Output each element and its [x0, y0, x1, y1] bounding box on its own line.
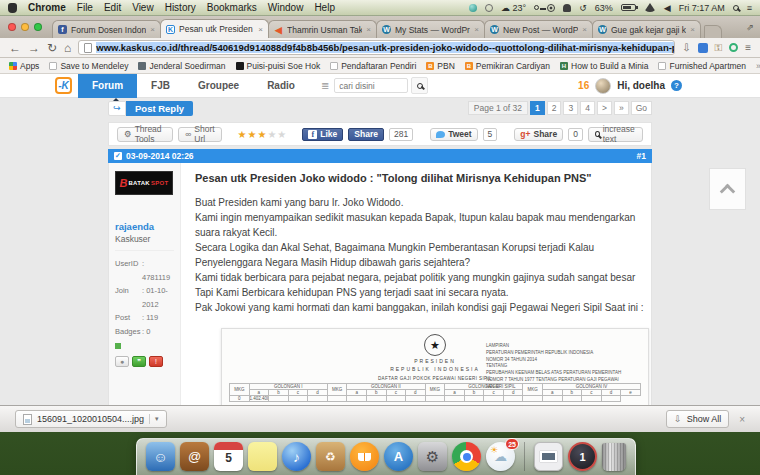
menu-item-history[interactable]: History: [165, 2, 196, 13]
notification-center-icon[interactable]: ≡: [747, 3, 752, 13]
paper-bag-dock-icon[interactable]: ♻: [316, 442, 345, 471]
close-download-bar-icon[interactable]: ×: [739, 414, 745, 425]
chrome-menu-icon[interactable]: ≡: [745, 42, 751, 53]
checkbox-icon[interactable]: ✓: [114, 152, 122, 160]
contacts-dock-icon[interactable]: @: [180, 442, 209, 471]
battery-icon[interactable]: [621, 4, 636, 11]
finder-dock-icon[interactable]: ☺: [146, 442, 175, 471]
help-badge[interactable]: ?: [671, 80, 682, 91]
tab-close-icon[interactable]: ×: [474, 25, 479, 34]
wifi-icon[interactable]: [644, 3, 656, 12]
app-store-dock-icon[interactable]: A: [384, 442, 413, 471]
tab-close-icon[interactable]: ×: [150, 25, 155, 34]
scroll-to-top-button[interactable]: [709, 168, 746, 210]
next-page-button[interactable]: >: [597, 101, 612, 115]
home-button[interactable]: ⌂: [64, 42, 71, 54]
downloaded-file-chip[interactable]: 156091_1020010504....jpg ▾: [15, 410, 167, 428]
tab-thamrin[interactable]: ◀ Thamrin Usman Tak Ingi ×: [268, 20, 377, 38]
tab-gue-gak[interactable]: W Gue gak kejar gaji kok, c ×: [592, 20, 701, 38]
extension-green-icon[interactable]: [729, 43, 738, 52]
facebook-share-button[interactable]: Share: [348, 128, 384, 141]
bookmark-puisi[interactable]: Puisi-puisi Soe Hok: [236, 61, 321, 71]
last-page-button[interactable]: »: [614, 101, 629, 115]
menu-item-edit[interactable]: Edit: [104, 2, 121, 13]
increase-text-button[interactable]: increase text: [588, 127, 643, 142]
thread-tools-button[interactable]: ⚙Thread Tools: [117, 127, 173, 142]
system-preferences-dock-icon[interactable]: ⚙: [418, 442, 447, 471]
sphere-status-icon[interactable]: [469, 4, 477, 12]
rating-stars[interactable]: ★★★★★: [237, 129, 287, 140]
tab-my-stats[interactable]: W My Stats — WordPress.co ×: [376, 20, 485, 38]
close-window-button[interactable]: [8, 23, 16, 31]
chevron-down-icon[interactable]: ▾: [149, 414, 159, 424]
kaskus-logo[interactable]: -K: [55, 77, 72, 94]
bookmark-howto[interactable]: HHow to Build a Minia: [560, 61, 648, 71]
search-button[interactable]: [411, 77, 428, 94]
bookmark-furnished[interactable]: Furnished Apartmen: [658, 61, 746, 71]
tab-close-icon[interactable]: ×: [582, 25, 587, 34]
poster-username[interactable]: rajaenda: [115, 221, 174, 232]
reply-arrow-icon[interactable]: ↪: [108, 101, 126, 116]
category-list-icon[interactable]: ≣: [321, 80, 330, 91]
minimize-window-button[interactable]: [21, 23, 29, 31]
key-status-icon[interactable]: [534, 5, 539, 10]
volume-icon[interactable]: ◀: [664, 3, 671, 13]
show-all-button[interactable]: ⇩ Show All: [666, 410, 729, 428]
stickies-dock-icon[interactable]: [248, 442, 277, 471]
tab-new-post[interactable]: W New Post — WordPress.c ×: [484, 20, 593, 38]
bookmarks-overflow-chevron[interactable]: »: [756, 61, 760, 71]
nav-radio[interactable]: Radio: [253, 74, 309, 98]
menu-item-view[interactable]: View: [132, 2, 154, 13]
menu-item-bookmarks[interactable]: Bookmarks: [207, 2, 257, 13]
poster-avatar[interactable]: B BATAK SPOT: [115, 171, 173, 195]
menu-item-file[interactable]: File: [77, 2, 93, 13]
salary-document-image[interactable]: ★ PRESIDEN REPUBLIK INDONESIA LAMPIRANPE…: [221, 328, 649, 405]
apple-menu-icon[interactable]: [8, 3, 17, 13]
record-status-icon[interactable]: [547, 4, 555, 12]
bookmark-pbn[interactable]: BPBN: [426, 61, 454, 71]
new-tab-button[interactable]: [704, 25, 722, 38]
back-button[interactable]: ←: [9, 42, 21, 54]
onepassword-dock-icon[interactable]: 1: [568, 442, 597, 471]
bookmark-apps[interactable]: Apps: [9, 61, 39, 71]
calendar-dock-icon[interactable]: 5: [214, 442, 243, 471]
short-url-button[interactable]: ∞Short Url: [178, 127, 222, 142]
go-button[interactable]: Go: [631, 101, 652, 115]
time-machine-icon[interactable]: ↺: [579, 3, 587, 13]
zoom-window-button[interactable]: [34, 23, 42, 31]
preview-dock-icon[interactable]: [534, 442, 563, 471]
nav-forum[interactable]: Forum: [78, 74, 137, 98]
chrome-dock-icon[interactable]: [452, 442, 481, 471]
profile-button[interactable]: ●: [115, 356, 129, 367]
weather-dock-icon[interactable]: ☀☁ 25: [486, 442, 515, 471]
tab-close-icon[interactable]: ×: [258, 25, 263, 34]
menu-clock[interactable]: Fri 7:17 AM: [679, 3, 725, 13]
reload-button[interactable]: ↻: [47, 42, 57, 54]
page-1[interactable]: 1: [530, 101, 545, 115]
nav-fjb[interactable]: FJB: [137, 74, 184, 98]
nav-groupee[interactable]: Groupee: [184, 74, 253, 98]
notification-bell-icon[interactable]: [485, 4, 493, 12]
ibooks-dock-icon[interactable]: [350, 442, 379, 471]
page-2[interactable]: 2: [547, 101, 562, 115]
menu-item-help[interactable]: Help: [314, 2, 335, 13]
trash-dock-icon[interactable]: [602, 443, 626, 471]
facebook-like-button[interactable]: fLike: [302, 128, 343, 141]
spotlight-search-icon[interactable]: [733, 5, 739, 11]
bookmark-pemikiran[interactable]: BPemikiran Cardiyan: [465, 61, 550, 71]
user-greeting[interactable]: Hi, doelha: [617, 80, 665, 91]
menu-app-name[interactable]: Chrome: [28, 2, 66, 13]
bookmark-mendeley[interactable]: Save to Mendeley: [49, 61, 128, 71]
tab-close-icon[interactable]: ×: [690, 25, 695, 34]
tab-pesan-presiden[interactable]: K Pesan utk Presiden Joko w ×: [160, 19, 269, 38]
gplus-share-button[interactable]: g+Share: [514, 128, 563, 141]
fullscreen-expand-icon[interactable]: ⇗: [746, 22, 754, 32]
page-3[interactable]: 3: [563, 101, 578, 115]
tab-forum-dosen[interactable]: f Forum Dosen Indonesia ×: [52, 20, 161, 38]
download-tray-icon[interactable]: ⇩: [682, 42, 690, 53]
page-4[interactable]: 4: [580, 101, 595, 115]
menu-item-window[interactable]: Window: [268, 2, 304, 13]
weather-temp[interactable]: ☁ 23°: [501, 3, 526, 13]
quote-button[interactable]: ❞: [132, 356, 146, 367]
extension-key-icon[interactable]: ⚿: [715, 42, 723, 54]
